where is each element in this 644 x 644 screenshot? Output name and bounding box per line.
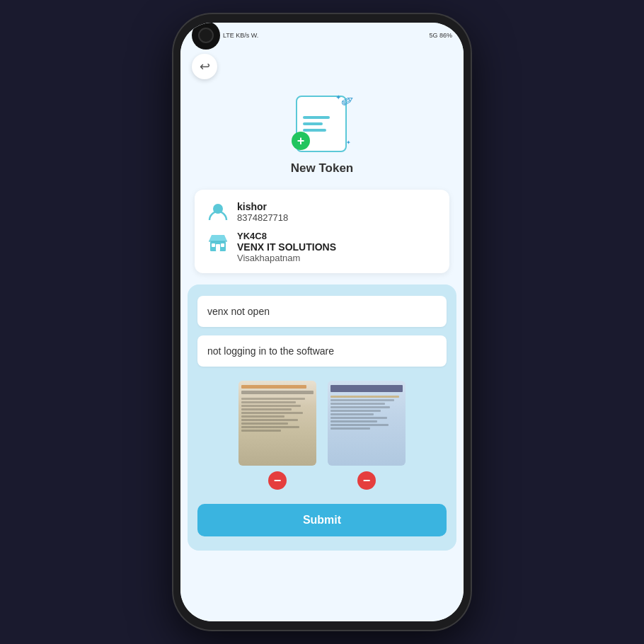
thumb-line	[330, 420, 377, 422]
status-network-text: LTE KB/s W.	[223, 32, 258, 39]
doc-line-2	[303, 122, 323, 125]
shop-icon	[206, 231, 230, 255]
remove-attachment-1-button[interactable]: −	[268, 471, 287, 490]
thumb-line	[330, 399, 394, 401]
shop-info: YK4C8 VENX IT SOLUTIONS Visakhapatnam	[237, 231, 336, 263]
phone-frame: LTE KB/s W. 5G 86% ↩	[173, 14, 471, 630]
status-left: LTE KB/s W.	[223, 32, 258, 39]
sparkle-icon-1: ✦	[335, 93, 341, 101]
thumb-line	[330, 410, 381, 412]
thumb-line	[330, 403, 385, 405]
doc-line-1	[303, 116, 330, 119]
user-info: kishor 8374827718	[237, 201, 288, 223]
submit-button[interactable]: Submit	[197, 504, 447, 536]
thumb-line	[241, 398, 305, 400]
shop-row: YK4C8 VENX IT SOLUTIONS Visakhapatnam	[206, 231, 438, 263]
shop-name: VENX IT SOLUTIONS	[237, 241, 336, 253]
green-plus-icon: +	[292, 132, 310, 150]
thumb-line	[241, 422, 288, 425]
user-row: kishor 8374827718	[206, 200, 438, 224]
attachment-item-1: −	[238, 381, 316, 490]
svg-rect-3	[212, 243, 215, 247]
back-button[interactable]: ↩	[192, 54, 217, 79]
thumb-line	[241, 401, 296, 403]
issue-title-input[interactable]	[197, 296, 447, 327]
attachment-thumb-2	[328, 381, 406, 466]
thumb-line	[330, 427, 370, 430]
phone-screen: LTE KB/s W. 5G 86% ↩	[180, 23, 464, 621]
thumb-row-lines-2	[330, 396, 403, 430]
thumb-line	[330, 396, 399, 398]
thumb-line	[330, 413, 374, 415]
camera-cutout	[192, 23, 220, 50]
doc-line-3	[303, 129, 326, 132]
thumb-line	[330, 424, 389, 426]
thumb-line	[330, 417, 387, 419]
back-btn-area: ↩	[180, 48, 464, 85]
shop-code: YK4C8	[237, 231, 336, 241]
thumb-line	[241, 419, 298, 421]
user-phone: 8374827718	[237, 212, 288, 223]
attachment-thumb-1	[238, 381, 316, 466]
thumb-line	[330, 406, 390, 408]
thumb-bar-top	[241, 391, 314, 394]
thumb-image-2	[328, 381, 406, 466]
thumb-line	[241, 426, 299, 428]
back-arrow-icon: ↩	[200, 59, 210, 74]
svg-rect-2	[216, 244, 220, 251]
user-avatar-icon	[206, 200, 230, 224]
thumb-image-1	[238, 381, 316, 466]
user-card: kishor 8374827718	[195, 190, 449, 273]
attachment-item-2: −	[328, 381, 406, 490]
thumb-dark-bar	[330, 385, 403, 392]
form-area: −	[188, 284, 456, 551]
thumb-row-lines-1	[241, 398, 314, 432]
thumb-bar-orange	[241, 385, 306, 389]
new-token-icon-wrap: + ✏ ✦ ✦	[290, 92, 354, 156]
page-title: New Token	[291, 161, 353, 176]
thumb-line	[241, 412, 303, 414]
token-header: + ✏ ✦ ✦ New Token	[180, 85, 464, 190]
bottom-space	[180, 551, 464, 565]
shop-city: Visakhapatnam	[237, 253, 336, 263]
app-content: ↩ + ✏ ✦ ✦ New Token	[180, 48, 464, 621]
thumb-line	[241, 430, 281, 432]
status-right: 5G 86%	[429, 32, 452, 39]
thumb-line	[241, 405, 301, 407]
user-name: kishor	[237, 201, 288, 212]
issue-description-input[interactable]	[197, 335, 447, 367]
status-bar: LTE KB/s W. 5G 86%	[180, 23, 464, 48]
thumb-line	[241, 408, 292, 410]
sparkle-icon-2: ✦	[346, 139, 351, 146]
attachments-row: −	[197, 381, 447, 490]
status-signal-text: 5G 86%	[429, 32, 452, 39]
remove-attachment-2-button[interactable]: −	[357, 471, 376, 490]
camera-lens	[198, 28, 214, 43]
svg-rect-4	[221, 243, 224, 247]
thumb-line	[241, 415, 284, 418]
